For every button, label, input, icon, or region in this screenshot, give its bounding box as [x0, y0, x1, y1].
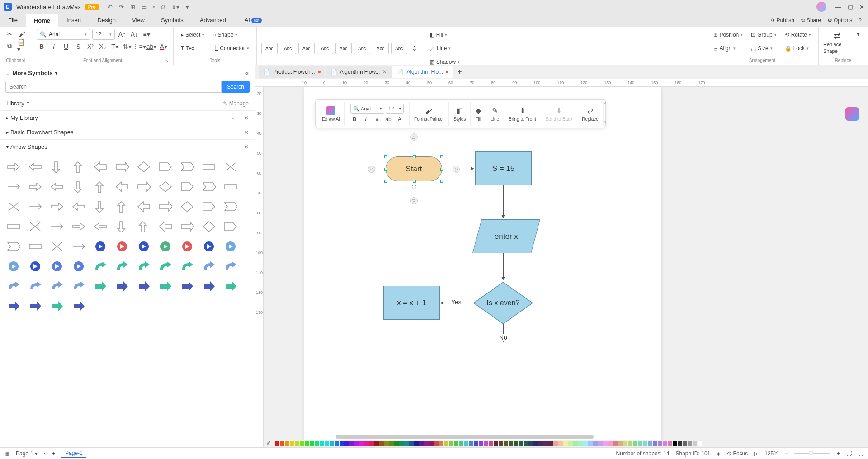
- arrow-shape[interactable]: [134, 218, 154, 236]
- lock-button[interactable]: 🔒 Lock▾: [782, 43, 814, 54]
- case-icon[interactable]: T▾: [110, 42, 120, 52]
- replace-shape-button[interactable]: ⇄ Replace Shape: [823, 29, 850, 56]
- color-swatch[interactable]: [409, 441, 414, 446]
- arrow-shape[interactable]: [199, 158, 219, 176]
- rotate-handle[interactable]: [412, 185, 416, 189]
- text-align-icon[interactable]: ≡▾: [142, 29, 151, 39]
- ft-format-painter[interactable]: 🖌Format Painter: [410, 102, 449, 126]
- ft-bring-to-front[interactable]: ⬆Bring to Front: [504, 102, 541, 126]
- arrow-shape[interactable]: [69, 178, 89, 196]
- arrow-shape[interactable]: [25, 237, 45, 256]
- ft-size-select[interactable]: 12▾: [386, 104, 404, 114]
- arrow-shape[interactable]: [221, 218, 241, 236]
- arrow-shape[interactable]: [134, 237, 154, 256]
- edge[interactable]: [503, 253, 504, 278]
- color-swatch[interactable]: [364, 441, 369, 446]
- color-swatch[interactable]: [489, 441, 493, 446]
- node-assign[interactable]: S = 15: [475, 151, 532, 185]
- zoom-out-icon[interactable]: −: [785, 450, 788, 457]
- arrow-shape[interactable]: [47, 237, 67, 256]
- style-preset[interactable]: Abc: [317, 43, 333, 54]
- select-tool[interactable]: ▸ Select▾: [178, 29, 207, 41]
- arrow-shape[interactable]: [199, 257, 219, 275]
- arrow-shape[interactable]: [47, 297, 67, 315]
- color-swatch[interactable]: [553, 441, 558, 446]
- style-preset[interactable]: Abc: [335, 43, 352, 54]
- prev-page-icon[interactable]: ‹: [44, 450, 46, 457]
- font-color-icon[interactable]: A▾: [159, 42, 169, 52]
- minimize-icon[interactable]: —: [835, 4, 841, 10]
- color-swatch[interactable]: [514, 441, 518, 446]
- ft-styles[interactable]: ◧Styles: [449, 102, 471, 126]
- color-swatch[interactable]: [474, 441, 478, 446]
- arrow-shape[interactable]: [69, 237, 89, 256]
- arrow-shape[interactable]: [47, 257, 67, 275]
- arrow-shape[interactable]: [177, 158, 197, 176]
- arrow-shape[interactable]: [4, 257, 24, 275]
- arrow-shape[interactable]: [90, 158, 110, 176]
- cut-icon[interactable]: ✂: [5, 29, 14, 39]
- ft-bold-icon[interactable]: B: [349, 115, 359, 124]
- color-swatch[interactable]: [354, 441, 359, 446]
- arrow-shape[interactable]: [221, 257, 241, 275]
- user-avatar[interactable]: [816, 2, 826, 12]
- doc-tab-active[interactable]: 📄 Algorithm Flo...: [392, 66, 453, 78]
- page-dropdown[interactable]: Page-1 ▾: [16, 450, 38, 457]
- shrink-font-icon[interactable]: A↓: [129, 29, 139, 39]
- color-swatch[interactable]: [588, 441, 593, 446]
- arrow-shape[interactable]: [177, 277, 197, 295]
- color-swatch[interactable]: [424, 441, 429, 446]
- copy-icon[interactable]: ⧉: [5, 41, 14, 51]
- color-swatch[interactable]: [285, 441, 289, 446]
- arrow-shape[interactable]: [221, 237, 241, 256]
- color-swatch[interactable]: [613, 441, 618, 446]
- arrow-shape[interactable]: [4, 297, 24, 315]
- color-swatch[interactable]: [663, 441, 667, 446]
- arrow-shape[interactable]: [177, 257, 197, 275]
- color-swatch[interactable]: [330, 441, 334, 446]
- color-swatch[interactable]: [414, 441, 419, 446]
- arrow-shape[interactable]: [112, 277, 132, 295]
- node-input[interactable]: enter x: [472, 219, 540, 253]
- arrow-shape[interactable]: [221, 277, 241, 295]
- menu-symbols[interactable]: Symbols: [153, 14, 192, 27]
- arrow-shape[interactable]: [4, 178, 24, 196]
- color-swatch[interactable]: [290, 441, 294, 446]
- color-swatch[interactable]: [548, 441, 553, 446]
- basic-flowchart-section[interactable]: ▸Basic Flowchart Shapes ✕: [0, 125, 255, 140]
- color-swatch[interactable]: [454, 441, 458, 446]
- undo-icon[interactable]: ↶: [108, 4, 113, 10]
- color-swatch[interactable]: [668, 441, 672, 446]
- save-icon[interactable]: ▫: [153, 4, 156, 10]
- color-swatch[interactable]: [419, 441, 424, 446]
- line-button[interactable]: ／ Line▾: [427, 43, 462, 54]
- arrow-shape[interactable]: [90, 257, 110, 275]
- color-swatch[interactable]: [653, 441, 657, 446]
- arrow-shape[interactable]: [221, 198, 241, 216]
- arrow-shape[interactable]: [177, 178, 197, 196]
- superscript-icon[interactable]: X²: [85, 42, 95, 52]
- arrow-shape[interactable]: [156, 158, 175, 176]
- italic-icon[interactable]: I: [49, 42, 59, 52]
- color-swatch[interactable]: [374, 441, 379, 446]
- arrow-shape[interactable]: [134, 257, 154, 275]
- color-swatch[interactable]: [479, 441, 483, 446]
- fill-button[interactable]: ◧ Fill▾: [427, 29, 462, 41]
- arrow-shape[interactable]: [4, 277, 24, 295]
- node-decision[interactable]: Is x even?: [474, 282, 533, 324]
- arrow-shape[interactable]: [47, 158, 67, 176]
- rotate-button[interactable]: ⟲ Rotate▾: [782, 29, 814, 41]
- extend-left-icon[interactable]: ◁: [368, 166, 375, 173]
- color-swatch[interactable]: [543, 441, 548, 446]
- arrow-shape[interactable]: [112, 158, 132, 176]
- color-swatch[interactable]: [528, 441, 533, 446]
- arrow-shape[interactable]: [69, 257, 89, 275]
- color-swatch[interactable]: [320, 441, 324, 446]
- new-icon[interactable]: ⊞: [130, 4, 135, 10]
- node-inc[interactable]: x = x + 1: [383, 286, 440, 320]
- publish-button[interactable]: ✈ Publish: [771, 17, 794, 24]
- ft-replace[interactable]: ⇄Replace: [577, 102, 604, 126]
- ft-highlight-icon[interactable]: ab: [383, 115, 393, 124]
- arrow-shape[interactable]: [69, 297, 89, 315]
- open-icon[interactable]: ▭: [142, 4, 147, 10]
